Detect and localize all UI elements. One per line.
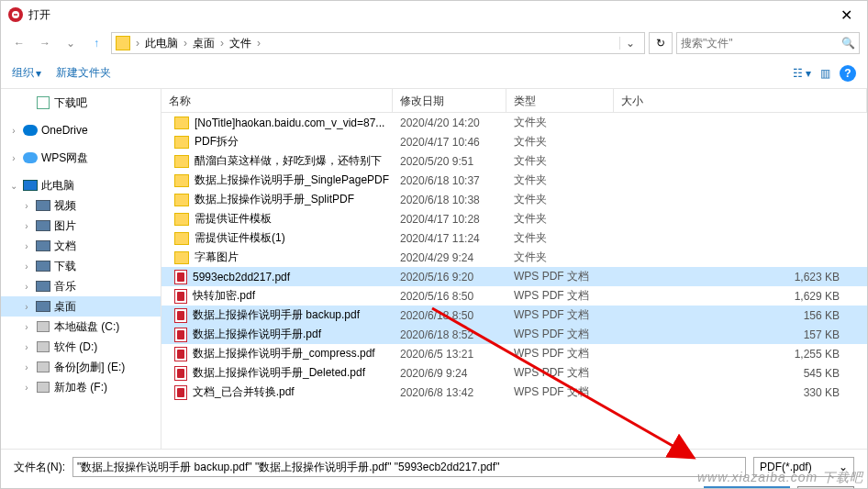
organize-menu[interactable]: 组织 ▾ xyxy=(12,65,41,81)
file-type: WPS PDF 文档 xyxy=(506,327,614,342)
new-folder-button[interactable]: 新建文件夹 xyxy=(56,65,111,81)
nav-forward-button[interactable]: → xyxy=(34,32,56,54)
file-row[interactable]: 5993ecb2dd217.pdf 2020/5/16 9:20 WPS PDF… xyxy=(161,267,867,286)
breadcrumb-segment[interactable]: 此电脑 xyxy=(141,36,182,51)
breadcrumb-segment[interactable]: 文件 xyxy=(226,36,255,51)
file-name: 文档_已合并转换.pdf xyxy=(193,384,295,400)
column-name[interactable]: 名称 xyxy=(161,89,393,112)
sidebar-item[interactable]: › 视频 xyxy=(1,195,161,216)
search-input[interactable] xyxy=(681,37,841,50)
file-row[interactable]: 数据上报操作说明手册_Deleted.pdf 2020/6/9 9:24 WPS… xyxy=(161,363,867,383)
expand-icon[interactable]: › xyxy=(21,383,32,393)
help-button[interactable]: ? xyxy=(840,65,856,82)
view-options-button[interactable]: ☷ ▾ xyxy=(793,67,811,80)
sidebar-item-label: 下载吧 xyxy=(54,95,87,111)
file-row[interactable]: 文档_已合并转换.pdf 2020/6/8 13:42 WPS PDF 文档 3… xyxy=(161,383,867,402)
file-name: 数据上报操作说明手册 backup.pdf xyxy=(193,307,360,323)
sidebar-item-label: 此电脑 xyxy=(41,178,74,194)
expand-icon[interactable]: › xyxy=(21,322,32,332)
file-row[interactable]: 需提供证件模板 2020/4/17 10:28 文件夹 xyxy=(161,209,867,228)
filename-input[interactable] xyxy=(72,457,746,477)
file-row[interactable]: 字幕图片 2020/4/29 9:24 文件夹 xyxy=(161,248,867,267)
file-type: WPS PDF 文档 xyxy=(506,365,614,381)
column-date[interactable]: 修改日期 xyxy=(393,89,506,112)
folder-icon xyxy=(116,36,130,50)
expand-icon[interactable]: › xyxy=(21,241,32,251)
chevron-right-icon[interactable]: › xyxy=(182,37,189,50)
search-box[interactable]: 🔍 xyxy=(676,32,860,54)
nav-up-button[interactable]: ↑ xyxy=(85,32,107,54)
file-row[interactable]: 数据上报操作说明手册.pdf 2020/6/18 8:52 WPS PDF 文档… xyxy=(161,325,867,344)
file-name: 数据上报操作说明手册_SplitPDF xyxy=(195,192,354,207)
expand-icon[interactable]: › xyxy=(21,221,32,231)
column-size[interactable]: 大小 xyxy=(614,89,867,112)
gen-icon xyxy=(36,299,50,314)
file-date: 2020/6/18 10:38 xyxy=(393,194,506,206)
sidebar-item-label: 音乐 xyxy=(54,279,76,295)
nav-back-button[interactable]: ← xyxy=(8,32,30,54)
chevron-down-icon: ⌄ xyxy=(839,461,848,473)
column-type[interactable]: 类型 xyxy=(506,89,614,112)
file-type: WPS PDF 文档 xyxy=(506,288,614,304)
folder-icon xyxy=(174,155,189,168)
breadcrumb-box[interactable]: › 此电脑 › 桌面 › 文件 › ⌄ xyxy=(111,32,645,54)
search-icon[interactable]: 🔍 xyxy=(841,37,855,50)
expand-icon[interactable]: › xyxy=(21,261,32,272)
breadcrumb-segment[interactable]: 桌面 xyxy=(189,36,218,51)
expand-icon[interactable]: › xyxy=(21,302,32,312)
file-size: 156 KB xyxy=(614,309,867,322)
file-name: 数据上报操作说明手册_SinglePagePDF xyxy=(195,172,389,188)
sidebar-item[interactable]: › 本地磁盘 (C:) xyxy=(1,317,161,337)
onedrive-icon xyxy=(23,123,38,138)
file-row[interactable]: PDF拆分 2020/4/17 10:46 文件夹 xyxy=(161,132,867,151)
sidebar-item[interactable]: › 软件 (D:) xyxy=(1,337,161,357)
expand-icon[interactable]: › xyxy=(8,126,19,136)
file-row[interactable]: 醋溜白菜这样做，好吃到爆，还特别下 2020/5/20 9:51 文件夹 xyxy=(161,151,867,171)
chevron-right-icon[interactable]: › xyxy=(218,37,226,50)
chevron-right-icon[interactable]: › xyxy=(134,37,141,50)
sidebar-item[interactable]: 下载吧 xyxy=(1,93,161,113)
nav-recent-button[interactable]: ⌄ xyxy=(60,32,82,54)
sidebar-item[interactable]: ⌄ 此电脑 xyxy=(1,175,161,195)
expand-icon[interactable]: › xyxy=(21,282,32,292)
file-row[interactable]: 数据上报操作说明手册 backup.pdf 2020/6/18 8:50 WPS… xyxy=(161,306,867,325)
sidebar: 下载吧› OneDrive› WPS网盘⌄ 此电脑› 视频› 图片› 文档› 下… xyxy=(1,89,161,449)
chevron-right-icon[interactable]: › xyxy=(255,37,262,50)
expand-icon[interactable]: › xyxy=(21,342,32,352)
file-type-filter[interactable]: PDF(*.pdf)⌄ xyxy=(753,457,854,477)
sidebar-item[interactable]: › OneDrive xyxy=(1,120,161,140)
pdf-icon xyxy=(174,308,187,323)
sidebar-item[interactable]: › 下载 xyxy=(1,256,161,276)
breadcrumb-dropdown[interactable]: ⌄ xyxy=(619,37,640,50)
close-button[interactable]: ✕ xyxy=(833,3,860,28)
expand-icon[interactable]: › xyxy=(21,201,32,211)
sidebar-item[interactable]: › WPS网盘 xyxy=(1,148,161,168)
sidebar-item[interactable]: › 备份[勿删] (E:) xyxy=(1,357,161,377)
file-row[interactable]: 数据上报操作说明手册_SplitPDF 2020/6/18 10:38 文件夹 xyxy=(161,190,867,209)
refresh-button[interactable]: ↻ xyxy=(649,32,673,54)
folder-icon xyxy=(174,251,189,264)
gen-icon xyxy=(36,279,50,294)
sidebar-item[interactable]: › 新加卷 (F:) xyxy=(1,377,161,397)
file-row[interactable]: 数据上报操作说明手册_SinglePagePDF 2020/6/18 10:37… xyxy=(161,171,867,190)
expand-icon[interactable]: › xyxy=(8,153,19,163)
file-row[interactable]: 需提供证件模板(1) 2020/4/17 11:24 文件夹 xyxy=(161,228,867,248)
toolbar: 组织 ▾ 新建文件夹 ☷ ▾ ▥ ? xyxy=(1,58,867,89)
sidebar-item[interactable]: › 桌面 xyxy=(1,296,161,317)
sidebar-item[interactable]: › 音乐 xyxy=(1,276,161,296)
expand-icon[interactable]: ⌄ xyxy=(8,181,19,191)
file-row[interactable]: [NoTitle]haokan.baidu.com_v_vid=87... 20… xyxy=(161,113,867,132)
file-type: 文件夹 xyxy=(506,250,614,265)
sidebar-item[interactable]: › 文档 xyxy=(1,236,161,256)
sidebar-item-label: 下载 xyxy=(54,259,76,274)
file-list[interactable]: [NoTitle]haokan.baidu.com_v_vid=87... 20… xyxy=(161,113,867,449)
sidebar-item[interactable]: › 图片 xyxy=(1,216,161,236)
preview-pane-button[interactable]: ▥ xyxy=(820,67,830,80)
file-date: 2020/6/9 9:24 xyxy=(393,367,506,380)
expand-icon[interactable]: › xyxy=(21,362,32,372)
file-row[interactable]: 数据上报操作说明手册_compress.pdf 2020/6/5 13:21 W… xyxy=(161,344,867,363)
file-row[interactable]: 快转加密.pdf 2020/5/16 8:50 WPS PDF 文档 1,629… xyxy=(161,286,867,306)
folder-icon xyxy=(174,232,189,245)
pdf-icon xyxy=(174,385,187,400)
sidebar-item-label: 软件 (D:) xyxy=(54,339,97,355)
